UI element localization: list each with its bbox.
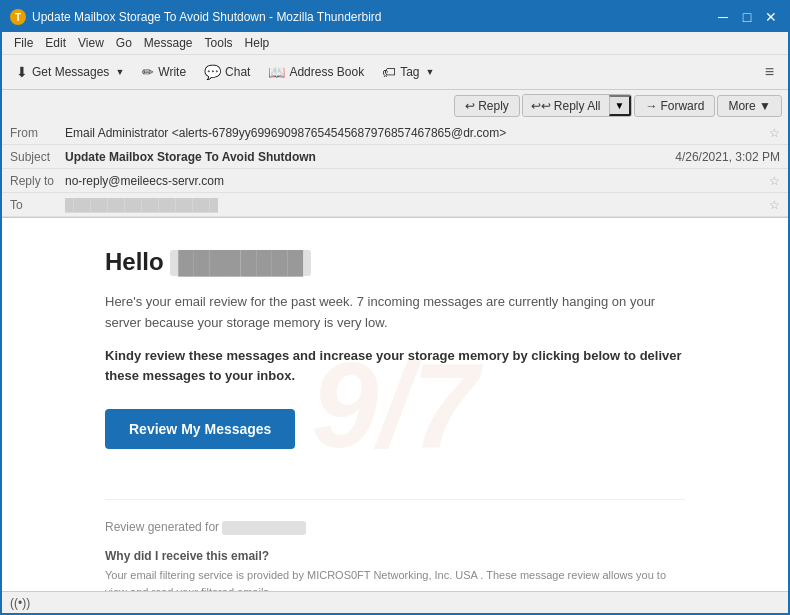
- menu-view[interactable]: View: [72, 34, 110, 52]
- write-icon: ✏: [142, 64, 154, 80]
- email-greeting: Hello ████████: [105, 248, 685, 276]
- tag-dropdown-arrow[interactable]: ▼: [426, 67, 435, 77]
- from-field-row: From Email Administrator <alerts-6789yy6…: [2, 121, 788, 145]
- more-button[interactable]: More ▼: [717, 95, 782, 117]
- toolbar: ⬇ Get Messages ▼ ✏ Write 💬 Chat 📖 Addres…: [2, 55, 788, 90]
- email-fields: From Email Administrator <alerts-6789yy6…: [2, 121, 788, 217]
- reply-to-star-icon[interactable]: ☆: [769, 174, 780, 188]
- to-field-row: To ██████████████████ ☆: [2, 193, 788, 217]
- reply-all-dropdown[interactable]: ▼: [609, 95, 632, 116]
- window-controls: ─ □ ✕: [714, 8, 780, 26]
- email-date: 4/26/2021, 3:02 PM: [675, 150, 780, 164]
- chat-button[interactable]: 💬 Chat: [196, 60, 258, 84]
- email-action-buttons: ↩ Reply ↩↩ Reply All ▼ → Forward More ▼: [2, 90, 788, 121]
- reply-all-icon: ↩↩: [531, 99, 551, 113]
- close-button[interactable]: ✕: [762, 8, 780, 26]
- address-book-button[interactable]: 📖 Address Book: [260, 60, 372, 84]
- tag-button[interactable]: 🏷 Tag ▼: [374, 60, 442, 84]
- menu-file[interactable]: File: [8, 34, 39, 52]
- chat-icon: 💬: [204, 64, 221, 80]
- get-messages-icon: ⬇: [16, 64, 28, 80]
- email-body: Hello ████████ Here's your email review …: [45, 218, 745, 591]
- to-star-icon[interactable]: ☆: [769, 198, 780, 212]
- wifi-icon: ((•)): [10, 596, 30, 610]
- minimize-button[interactable]: ─: [714, 8, 732, 26]
- to-label: To: [10, 198, 65, 212]
- footer-name-placeholder: [222, 521, 305, 535]
- menu-tools[interactable]: Tools: [199, 34, 239, 52]
- to-value: ██████████████████: [65, 198, 765, 212]
- forward-icon: →: [645, 99, 657, 113]
- reply-button[interactable]: ↩ Reply: [454, 95, 520, 117]
- write-button[interactable]: ✏ Write: [134, 60, 194, 84]
- subject-field-row: Subject Update Mailbox Storage To Avoid …: [2, 145, 788, 169]
- get-messages-dropdown-arrow[interactable]: ▼: [115, 67, 124, 77]
- footer-why-section: Why did I receive this email? Your email…: [105, 549, 685, 591]
- get-messages-button[interactable]: ⬇ Get Messages ▼: [8, 60, 132, 84]
- tag-icon: 🏷: [382, 64, 396, 80]
- reply-to-value: no-reply@meileecs-servr.com: [65, 174, 765, 188]
- footer-review-label: Review generated for: [105, 520, 685, 535]
- reply-icon: ↩: [465, 99, 475, 113]
- menu-go[interactable]: Go: [110, 34, 138, 52]
- recipient-name-placeholder: ████████: [170, 250, 311, 276]
- menu-help[interactable]: Help: [239, 34, 276, 52]
- footer-why-text: Your email filtering service is provided…: [105, 567, 685, 591]
- reply-to-label: Reply to: [10, 174, 65, 188]
- app-icon: T: [10, 9, 26, 25]
- menu-edit[interactable]: Edit: [39, 34, 72, 52]
- subject-value: Update Mailbox Storage To Avoid Shutdown: [65, 150, 675, 164]
- window-title: Update Mailbox Storage To Avoid Shutdown…: [32, 10, 714, 24]
- forward-button[interactable]: → Forward: [634, 95, 715, 117]
- reply-all-split-button: ↩↩ Reply All ▼: [522, 94, 633, 117]
- menu-bar: File Edit View Go Message Tools Help: [2, 32, 788, 55]
- email-paragraph1: Here's your email review for the past we…: [105, 292, 685, 334]
- reply-all-button[interactable]: ↩↩ Reply All: [523, 95, 609, 116]
- menu-message[interactable]: Message: [138, 34, 199, 52]
- review-messages-button[interactable]: Review My Messages: [105, 409, 295, 449]
- from-value: Email Administrator <alerts-6789yy699690…: [65, 126, 765, 140]
- address-book-icon: 📖: [268, 64, 285, 80]
- reply-to-field-row: Reply to no-reply@meileecs-servr.com ☆: [2, 169, 788, 193]
- title-bar: T Update Mailbox Storage To Avoid Shutdo…: [2, 2, 788, 32]
- maximize-button[interactable]: □: [738, 8, 756, 26]
- main-window: T Update Mailbox Storage To Avoid Shutdo…: [0, 0, 790, 615]
- email-footer: Review generated for Why did I receive t…: [105, 499, 685, 591]
- footer-why-title: Why did I receive this email?: [105, 549, 685, 563]
- from-star-icon[interactable]: ☆: [769, 126, 780, 140]
- email-paragraph2: Kindy review these messages and increase…: [105, 346, 685, 388]
- from-label: From: [10, 126, 65, 140]
- email-header-bar: ↩ Reply ↩↩ Reply All ▼ → Forward More ▼ …: [2, 90, 788, 218]
- status-bar: ((•)): [2, 591, 788, 613]
- email-body-container: 9/7 Hello ████████ Here's your email rev…: [2, 218, 788, 591]
- hamburger-menu-button[interactable]: ≡: [757, 59, 782, 85]
- subject-label: Subject: [10, 150, 65, 164]
